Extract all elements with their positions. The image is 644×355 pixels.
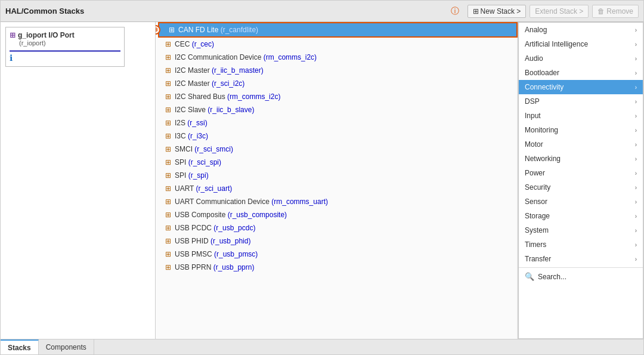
item-r-name: (r_ssi): [187, 119, 207, 127]
item-r-name: (r_sci_i2c): [212, 79, 244, 88]
component-list-icon: ⊞: [165, 250, 171, 258]
menu-item-analog[interactable]: Analog›: [519, 23, 643, 37]
item-label: UART (r_sci_uart): [175, 184, 232, 193]
item-r-name: (r_usb_pmsc): [214, 250, 258, 258]
card-info-icon: ℹ: [10, 53, 13, 63]
component-list-icon: ⊞: [165, 66, 171, 75]
list-item[interactable]: ⊞UART (r_sci_uart): [156, 182, 518, 195]
component-list-icon: ⊞: [165, 211, 171, 219]
component-list-icon: ⊞: [165, 224, 171, 232]
item-label: USB Composite (r_usb_composite): [175, 211, 287, 219]
item-label: SPI (r_sci_spi): [175, 158, 221, 166]
list-item-wrapper: ⊞I2C Slave (r_iic_b_slave): [156, 103, 518, 116]
item-r-name: (r_sci_spi): [188, 158, 221, 166]
list-item[interactable]: ⊞I3C (r_i3c): [156, 129, 518, 143]
chevron-right-icon: ›: [635, 227, 637, 234]
component-list-icon: ⊞: [165, 106, 171, 114]
tab-components[interactable]: Components: [39, 339, 94, 354]
component-card-sub: (r_ioport): [19, 39, 120, 47]
menu-item-connectivity[interactable]: Connectivity›: [519, 80, 643, 94]
list-item[interactable]: ⊞I2S (r_ssi): [156, 116, 518, 129]
list-item[interactable]: ⊞USB PMSC (r_usb_pmsc): [156, 248, 518, 261]
menu-item-label: Audio: [525, 54, 543, 63]
menu-item-audio[interactable]: Audio›: [519, 51, 643, 66]
list-item[interactable]: ⊞UART Communication Device (rm_comms_uar…: [156, 195, 518, 208]
list-item[interactable]: ⊞I2C Slave (r_iic_b_slave): [156, 103, 518, 116]
list-item[interactable]: ⊞USB PPRN (r_usb_pprn): [156, 261, 518, 274]
list-item-wrapper: ⊞UART Communication Device (rm_comms_uar…: [156, 195, 518, 208]
menu-item-system[interactable]: System›: [519, 223, 643, 237]
item-r-name: (r_iic_b_master): [212, 66, 264, 75]
menu-item-label: Motor: [525, 140, 543, 149]
component-list-icon: ⊞: [165, 184, 171, 193]
menu-item-bootloader[interactable]: Bootloader›: [519, 66, 643, 80]
menu-item-transfer[interactable]: Transfer›: [519, 252, 643, 266]
component-icon: ⊞: [10, 31, 16, 39]
list-item[interactable]: ⊞SPI (r_spi): [156, 169, 518, 182]
menu-item-networking[interactable]: Networking›: [519, 152, 643, 166]
center-panel[interactable]: ③⊞CAN FD Lite (r_canfdlite)⊞CEC (r_cec)⊞…: [156, 22, 518, 339]
chevron-right-icon: ›: [635, 70, 637, 76]
list-item[interactable]: ⊞SMCI (r_sci_smci): [156, 143, 518, 156]
item-r-name: (r_i3c): [188, 132, 208, 140]
list-item[interactable]: ⊞CAN FD Lite (r_canfdlite): [158, 22, 518, 38]
component-list-icon: ⊞: [165, 145, 171, 153]
remove-icon: 🗑: [597, 7, 605, 16]
chevron-right-icon: ›: [635, 127, 637, 134]
list-item-wrapper: ⊞SMCI (r_sci_smci): [156, 143, 518, 156]
menu-item-motor[interactable]: Motor›: [519, 137, 643, 152]
component-list-icon: ⊞: [165, 92, 171, 101]
component-card-title: ⊞ g_ioport I/O Port: [10, 31, 120, 39]
item-r-name: (r_sci_smci): [194, 145, 233, 153]
list-item[interactable]: ⊞USB PCDC (r_usb_pcdc): [156, 221, 518, 234]
chevron-right-icon: ›: [635, 41, 637, 48]
extend-stack-button[interactable]: Extend Stack >: [530, 5, 589, 18]
menu-item-power[interactable]: Power›: [519, 166, 643, 180]
list-item[interactable]: ⊞I2C Master (r_sci_i2c): [156, 77, 518, 90]
left-panel: ⊞ g_ioport I/O Port (r_ioport) ℹ: [1, 22, 156, 339]
list-item[interactable]: ⊞USB PHID (r_usb_phid): [156, 234, 518, 248]
header: HAL/Common Stacks ⓘ ⊞ New Stack > Extend…: [1, 1, 643, 22]
info-circle-icon: ⓘ: [451, 6, 459, 17]
menu-item-monitoring[interactable]: Monitoring›: [519, 123, 643, 137]
list-item-wrapper: ⊞SPI (r_sci_spi): [156, 156, 518, 169]
chevron-right-icon: ›: [635, 256, 637, 263]
item-label: USB PCDC (r_usb_pcdc): [175, 224, 255, 232]
list-item-wrapper: ⊞I3C (r_i3c): [156, 129, 518, 143]
list-item[interactable]: ⊞I2C Communication Device (rm_comms_i2c): [156, 51, 518, 64]
menu-item-dsp[interactable]: DSP›: [519, 94, 643, 109]
search-menu-item[interactable]: 🔍Search...: [519, 269, 643, 284]
new-stack-button[interactable]: ⊞ New Stack >: [467, 5, 527, 18]
item-label: I2C Master (r_iic_b_master): [175, 66, 264, 75]
menu-item-artificial-intelligence[interactable]: Artificial Intelligence›: [519, 37, 643, 51]
list-item[interactable]: ⊞SPI (r_sci_spi): [156, 156, 518, 169]
menu-item-storage[interactable]: Storage›: [519, 209, 643, 223]
list-item[interactable]: ⊞CEC (r_cec): [156, 38, 518, 51]
list-item[interactable]: ⊞I2C Master (r_iic_b_master): [156, 64, 518, 77]
menu-item-sensor[interactable]: Sensor›: [519, 195, 643, 209]
component-list-icon: ⊞: [165, 171, 171, 180]
tab-stacks[interactable]: Stacks: [1, 339, 39, 354]
component-list-icon: ⊞: [165, 158, 171, 166]
list-item[interactable]: ⊞USB Composite (r_usb_composite): [156, 208, 518, 221]
menu-item-timers[interactable]: Timers›: [519, 237, 643, 252]
item-r-name: (r_sci_uart): [196, 184, 233, 193]
chevron-right-icon: ›: [635, 213, 637, 220]
item-label: CAN FD Lite (r_canfdlite): [178, 26, 258, 34]
menu-item-input[interactable]: Input›: [519, 109, 643, 123]
menu-item-label: DSP: [525, 97, 540, 106]
chevron-right-icon: ›: [635, 184, 637, 191]
remove-button[interactable]: 🗑 Remove: [592, 5, 639, 18]
bottom-tabs: StacksComponents: [1, 339, 643, 354]
header-buttons: ⓘ ⊞ New Stack > Extend Stack > 🗑 Remove: [451, 5, 639, 18]
chevron-right-icon: ›: [635, 141, 637, 148]
item-label: USB PPRN (r_usb_pprn): [175, 263, 254, 271]
menu-item-security[interactable]: Security›: [519, 180, 643, 195]
menu-item-label: Power: [525, 169, 545, 177]
item-label: SMCI (r_sci_smci): [175, 145, 233, 153]
list-item[interactable]: ⊞I2C Shared Bus (rm_comms_i2c): [156, 90, 518, 103]
menu-item-label: System: [525, 226, 549, 234]
item-r-name: (r_spi): [188, 171, 209, 180]
item-label: I3C (r_i3c): [175, 132, 208, 140]
list-item-wrapper: ⊞CEC (r_cec): [156, 38, 518, 51]
